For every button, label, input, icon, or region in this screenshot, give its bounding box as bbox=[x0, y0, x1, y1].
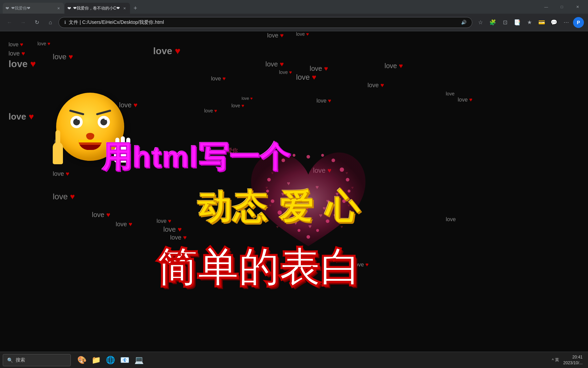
love-text-35: love ♥ bbox=[242, 96, 252, 101]
toolbar-icons: ☆ 🧩 ⊡ 📑 ★ 💳 💬 ⋯ P bbox=[475, 17, 584, 28]
window-controls: — □ ✕ bbox=[538, 1, 585, 12]
taskbar-app-files[interactable]: 📁 bbox=[89, 353, 103, 367]
home-button[interactable]: ⌂ bbox=[45, 17, 56, 28]
love-text-11: love ♥ bbox=[296, 73, 316, 82]
main-title-confession: 简单的表白 bbox=[157, 241, 361, 295]
taskbar: 🔍 搜索 🎨 📁 🌐 📧 💻 ^ 英 20:41 2023/10/... bbox=[0, 352, 588, 368]
address-bar: ← → ↻ ⌂ ℹ 文件 | C:/Users/EiHeiCx/Desktop/… bbox=[0, 14, 588, 31]
love-text-16: love bbox=[446, 91, 455, 96]
taskbar-clock: 20:41 2023/10/... bbox=[560, 354, 585, 366]
love-text-34: love ♥ bbox=[231, 103, 244, 108]
taskbar-app-edge[interactable]: 🌐 bbox=[103, 353, 117, 367]
svg-point-4 bbox=[321, 154, 324, 157]
svg-point-19 bbox=[267, 178, 271, 182]
svg-point-5 bbox=[331, 158, 335, 162]
love-text-18: love ♥ bbox=[9, 111, 34, 122]
love-text-33: love ♥ bbox=[211, 76, 226, 82]
taskbar-apps: 🎨 📁 🌐 📧 💻 bbox=[75, 353, 146, 367]
svg-point-7 bbox=[346, 178, 349, 182]
address-text: 文件 | C:/Users/EiHeiCx/Desktop/我爱你.html bbox=[69, 19, 458, 26]
tray-up-arrow: ^ bbox=[552, 358, 554, 363]
love-text-28: love ♥ bbox=[157, 218, 171, 224]
love-text-6: love ♥ bbox=[153, 46, 180, 57]
wallet-icon[interactable]: 💳 bbox=[536, 17, 547, 28]
taskbar-app-terminal[interactable]: 💻 bbox=[132, 353, 146, 367]
love-text-27: love ♥ bbox=[116, 221, 132, 228]
secure-icon: ℹ bbox=[64, 20, 66, 25]
love-text-17: love ♥ bbox=[458, 97, 472, 103]
love-text-2: love ♥ bbox=[37, 41, 50, 46]
love-text-36: love ♥ bbox=[204, 108, 217, 113]
search-label: 搜索 bbox=[16, 357, 25, 363]
love-text-9: love ♥ bbox=[265, 60, 284, 68]
address-input[interactable]: ℹ 文件 | C:/Users/EiHeiCx/Desktop/我爱你.html… bbox=[59, 17, 472, 28]
tab-1-title: ❤我爱你❤ bbox=[11, 5, 54, 11]
maximize-button[interactable]: □ bbox=[554, 1, 570, 12]
collections-icon[interactable]: 📑 bbox=[512, 17, 523, 28]
close-button[interactable]: ✕ bbox=[570, 1, 585, 12]
tray-lang: 英 bbox=[555, 357, 559, 363]
love-text-13: love ♥ bbox=[385, 62, 403, 70]
love-text-3: love ♥ bbox=[9, 50, 25, 57]
sidebar-icon[interactable]: ⊡ bbox=[500, 17, 510, 28]
taskbar-tray: ^ 英 bbox=[552, 357, 559, 363]
love-text-29: love ♥ bbox=[163, 226, 182, 233]
love-text-30: love ♥ bbox=[170, 234, 187, 241]
tab-2-close[interactable]: ✕ bbox=[122, 5, 127, 11]
taskbar-search[interactable]: 🔍 搜索 bbox=[3, 354, 71, 366]
forward-button[interactable]: → bbox=[18, 17, 29, 28]
love-text-12: love ♥ bbox=[310, 65, 328, 73]
love-text-26: love ♥ bbox=[92, 211, 110, 219]
search-icon: 🔍 bbox=[7, 357, 13, 363]
love-text-5: love ♥ bbox=[9, 59, 36, 70]
refresh-button[interactable]: ↻ bbox=[31, 17, 42, 28]
new-tab-button[interactable]: + bbox=[131, 3, 140, 13]
love-text-1: love ♥ bbox=[9, 42, 23, 48]
love-text-14: love ♥ bbox=[368, 82, 384, 89]
love-text-15: love ♥ bbox=[316, 98, 331, 104]
page-content: love ♥ love ♥ love ♥ love ♥ love ♥ love … bbox=[0, 31, 588, 368]
settings-icon[interactable]: ⋯ bbox=[561, 17, 572, 28]
love-text-23: love ♥ bbox=[53, 192, 75, 201]
read-aloud-icon: 🔊 bbox=[461, 20, 467, 25]
tab-1-favicon: ❤ bbox=[5, 6, 9, 11]
svg-point-3 bbox=[307, 155, 310, 159]
svg-point-6 bbox=[340, 168, 344, 172]
love-text-4: love ♥ bbox=[53, 52, 73, 61]
favorites-icon[interactable]: ☆ bbox=[475, 17, 486, 28]
tab-1[interactable]: ❤ ❤我爱你❤ ✕ bbox=[3, 3, 64, 14]
main-title-html: 用html写一个 bbox=[102, 137, 291, 178]
love-text-32: love bbox=[446, 216, 456, 223]
taskbar-app-paint[interactable]: 🎨 bbox=[75, 353, 88, 367]
love-text-22: love ♥ bbox=[53, 170, 69, 178]
svg-point-13 bbox=[307, 235, 310, 239]
extensions-icon[interactable]: 🧩 bbox=[487, 17, 498, 28]
svg-point-2 bbox=[293, 154, 295, 157]
tab-2-favicon: ❤ bbox=[67, 6, 71, 11]
love-text-10: love ♥ bbox=[279, 70, 292, 75]
svg-text:♥: ♥ bbox=[345, 171, 348, 176]
tab-2[interactable]: ❤ ❤我爱你，卷不动的小C❤ ✕ bbox=[65, 3, 130, 14]
love-text-7: love ♥ bbox=[267, 32, 284, 39]
love-text-8: love ♥ bbox=[296, 31, 309, 37]
browser-window: ❤ ❤我爱你❤ ✕ ❤ ❤我爱你，卷不动的小C❤ ✕ + — □ ✕ ← → ↻… bbox=[0, 0, 588, 368]
tab-2-title: ❤我爱你，卷不动的小C❤ bbox=[73, 5, 120, 11]
profile-avatar[interactable]: P bbox=[573, 17, 584, 28]
tab-bar: ❤ ❤我爱你❤ ✕ ❤ ❤我爱你，卷不动的小C❤ ✕ + — □ ✕ bbox=[0, 0, 588, 14]
wechat-icon[interactable]: 💬 bbox=[549, 17, 559, 28]
fav-bar-icon[interactable]: ★ bbox=[524, 17, 535, 28]
back-button[interactable]: ← bbox=[4, 17, 15, 28]
taskbar-date: 2023/10/... bbox=[563, 360, 583, 366]
tab-1-close[interactable]: ✕ bbox=[56, 5, 61, 11]
taskbar-time: 20:41 bbox=[563, 354, 583, 360]
minimize-button[interactable]: — bbox=[538, 1, 554, 12]
main-title-dynamic: 动态 爱 心 bbox=[197, 185, 361, 231]
taskbar-app-email[interactable]: 📧 bbox=[118, 353, 131, 367]
